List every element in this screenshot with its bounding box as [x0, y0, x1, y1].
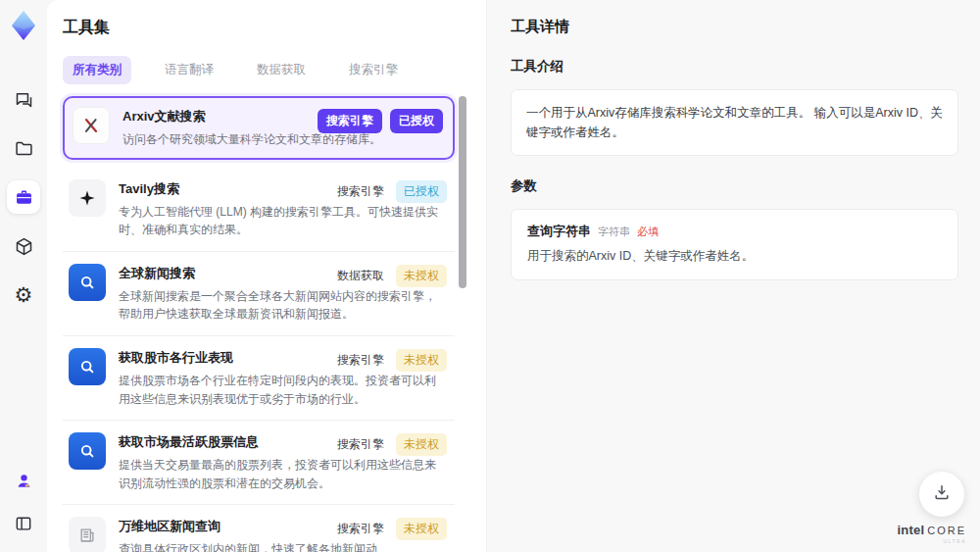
- tool-tags: 搜索引擎 未授权: [337, 518, 447, 540]
- app-window: ⚙: [0, 0, 980, 552]
- intro-text-box: 一个用于从Arxiv存储库搜索科学论文和文章的工具。 输入可以是Arxiv ID…: [511, 89, 958, 156]
- parameter-card: 查询字符串 字符串 必填 用于搜索的Arxiv ID、关键字或作者姓名。: [511, 209, 958, 280]
- intel-wordmark: intel: [897, 524, 924, 537]
- tool-description: 专为人工智能代理 (LLM) 构建的搜索引擎工具。可快速提供实时、准确和真实的结…: [119, 203, 447, 239]
- sidebar-item-profile[interactable]: [7, 464, 40, 497]
- auth-status-badge: 已授权: [396, 180, 447, 203]
- core-wordmark: core: [927, 525, 966, 536]
- tool-description: 提供股票市场各个行业在特定时间段内的表现。投资者可以利用这些信息来识别表现优于或…: [119, 372, 447, 408]
- param-type: 字符串: [598, 225, 630, 239]
- rail-nav: ⚙: [7, 82, 40, 312]
- category-tabs: 所有类别 语言翻译 数据获取 搜索引擎: [63, 56, 468, 84]
- app-logo[interactable]: [9, 10, 38, 41]
- tab-data-acquisition[interactable]: 数据获取: [247, 56, 316, 84]
- intro-heading: 工具介绍: [511, 58, 958, 75]
- tab-search-engine[interactable]: 搜索引擎: [339, 56, 408, 84]
- cube-icon: [14, 236, 34, 257]
- tool-description: 全球新闻搜索是一个聚合全球各大新闻网站内容的搜索引擎，帮助用户快速获取全球最新资…: [119, 287, 447, 324]
- tool-description: 提供当天交易量最高的股票列表，投资者可以利用这些信息来识别流动性强的股票和潜在的…: [119, 456, 447, 492]
- tool-tags: 搜索引擎 已授权: [337, 180, 447, 203]
- tool-tags: 搜索引擎 未授权: [337, 433, 447, 456]
- auth-status-badge: 已授权: [390, 109, 443, 133]
- auth-status-badge: 未授权: [396, 265, 447, 287]
- blue-search-icon: [69, 348, 106, 385]
- tool-card-tavily[interactable]: Tavily搜索 专为人工智能代理 (LLM) 构建的搜索引擎工具。可快速提供实…: [63, 168, 455, 252]
- sidebar-item-settings[interactable]: ⚙: [7, 278, 40, 312]
- tool-card-arxiv[interactable]: Arxiv文献搜索 访问各个研究领域大量科学论文和文章的存储库。 搜索引擎 已授…: [63, 96, 455, 160]
- arxiv-icon: [73, 107, 110, 144]
- tool-card-global-news[interactable]: 全球新闻搜索 全球新闻搜索是一个聚合全球各大新闻网站内容的搜索引擎，帮助用户快速…: [63, 252, 455, 336]
- params-heading: 参数: [511, 177, 958, 195]
- auth-status-badge: 未授权: [396, 518, 447, 540]
- tool-card-most-active-stocks[interactable]: 获取市场最活跃股票信息 提供当天交易量最高的股票列表，投资者可以利用这些信息来识…: [63, 421, 455, 505]
- download-icon: [932, 482, 952, 506]
- sidebar-item-collapse[interactable]: [7, 507, 40, 540]
- briefcase-icon: [14, 187, 34, 208]
- auth-status-badge: 未授权: [396, 433, 447, 456]
- category-label: 搜索引擎: [337, 183, 384, 200]
- blue-search-icon: [69, 264, 106, 301]
- brand-sub-label: ULTRA: [897, 539, 966, 545]
- auth-status-badge: 未授权: [396, 349, 447, 372]
- sidebar-item-files[interactable]: [7, 131, 40, 165]
- tool-card-regional-news[interactable]: 万维地区新闻查询 查询具体行政区划内的新闻，快速了解各地新闻动 搜索引擎 未授权: [63, 505, 455, 552]
- user-icon: [15, 472, 33, 490]
- detail-title: 工具详情: [511, 18, 958, 36]
- sidebar-item-chat[interactable]: [7, 82, 40, 116]
- sidebar-item-toolkit[interactable]: [7, 180, 40, 214]
- chat-icon: [14, 89, 34, 110]
- category-label: 数据获取: [337, 268, 384, 284]
- toolkit-panel: 工具集 所有类别 语言翻译 数据获取 搜索引擎 Arxiv文献搜索 访问各个研究…: [47, 0, 486, 552]
- left-icon-rail: ⚙: [0, 0, 47, 552]
- tool-card-sector-performance[interactable]: 获取股市各行业表现 提供股票市场各个行业在特定时间段内的表现。投资者可以利用这些…: [63, 336, 455, 421]
- rail-bottom: [7, 464, 40, 540]
- param-name: 查询字符串: [527, 223, 591, 240]
- tool-tags: 搜索引擎 未授权: [337, 349, 447, 372]
- category-badge: 搜索引擎: [318, 109, 382, 133]
- category-label: 搜索引擎: [337, 521, 384, 537]
- panel-toggle-icon: [14, 514, 33, 533]
- tool-tags: 搜索引擎 已授权: [318, 109, 443, 133]
- intel-core-logo: intel core ULTRA: [897, 524, 966, 544]
- sidebar-item-packages[interactable]: [7, 229, 40, 263]
- folder-icon: [14, 138, 34, 159]
- tool-detail-panel: 工具详情 工具介绍 一个用于从Arxiv存储库搜索科学论文和文章的工具。 输入可…: [486, 0, 980, 552]
- tool-list: Arxiv文献搜索 访问各个研究领域大量科学论文和文章的存储库。 搜索引擎 已授…: [63, 96, 468, 552]
- tool-description: 查询具体行政区划内的新闻，快速了解各地新闻动: [119, 540, 447, 552]
- category-label: 搜索引擎: [337, 436, 384, 453]
- sparkle-icon: [69, 179, 106, 217]
- blue-search-icon: [69, 432, 106, 470]
- tab-language-translation[interactable]: 语言翻译: [155, 56, 223, 84]
- page-title: 工具集: [63, 18, 468, 38]
- scrollbar-thumb[interactable]: [459, 96, 466, 288]
- param-description: 用于搜索的Arxiv ID、关键字或作者姓名。: [527, 248, 942, 265]
- category-label: 搜索引擎: [337, 352, 384, 369]
- tool-tags: 数据获取 未授权: [337, 265, 447, 287]
- tab-all-categories[interactable]: 所有类别: [63, 56, 131, 84]
- newspaper-icon: [69, 517, 106, 552]
- gear-icon: ⚙: [15, 285, 33, 306]
- param-required-badge: 必填: [637, 225, 659, 239]
- download-button[interactable]: [919, 472, 964, 517]
